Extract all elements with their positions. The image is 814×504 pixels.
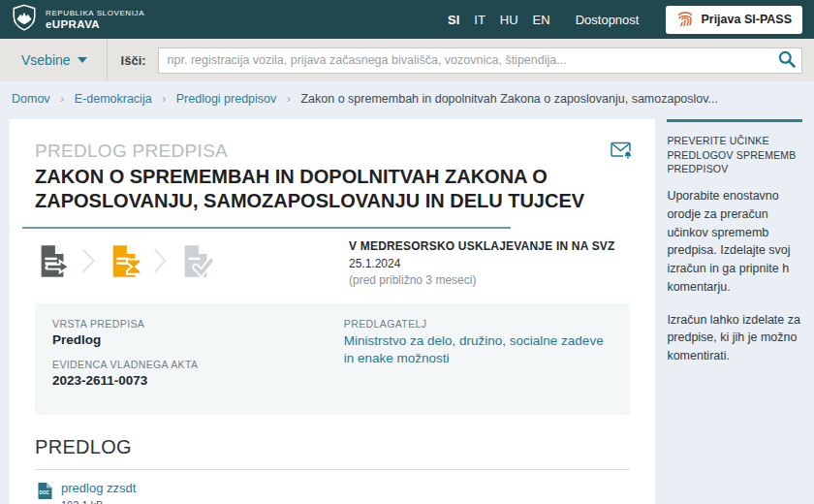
record-value: 2023-2611-0073 — [52, 373, 344, 388]
sidebar-heading: PREVERITE UČINKE PREDLOGOV SPREMEMB PRED… — [667, 134, 802, 176]
lang-it[interactable]: IT — [474, 13, 485, 27]
document-arrow-icon — [35, 244, 72, 282]
sipass-login-button[interactable]: Prijava SI-PASS — [666, 6, 802, 34]
accessibility-link[interactable]: Dostopnost — [576, 13, 640, 27]
sidebar-paragraph: Izračun lahko izdelate za predpise, ki j… — [667, 311, 802, 365]
chevron-right-icon — [152, 244, 170, 281]
chevron-right-icon — [80, 244, 98, 281]
status-date: 25.1.2024 — [349, 257, 615, 270]
search-field-label: Išči: — [121, 53, 146, 68]
proposal-card: PREDLOG PREDPISA ZAKON O SPREMEMBAH IN D… — [10, 119, 655, 504]
proposer-link[interactable]: Ministrstvo za delo, družino, socialne z… — [344, 332, 613, 369]
breadcrumb-domov[interactable]: Domov — [12, 92, 50, 106]
details-box: VRSTA PREDPISA Predlog EVIDENCA VLADNEGA… — [35, 303, 630, 415]
language-switcher: SI IT HU EN — [448, 13, 550, 27]
lang-en[interactable]: EN — [533, 13, 550, 27]
divider — [22, 227, 511, 229]
envelope-notification-icon — [610, 150, 634, 165]
fingerprint-icon — [676, 10, 694, 30]
sipass-login-label: Prijava SI-PASS — [701, 13, 792, 26]
file-row: DOC predlog zzsdt 192.1 kB — [35, 470, 630, 504]
document-check-icon — [178, 244, 215, 282]
status-label: V MEDRESORSKO USKLAJEVANJE IN NA SVZ — [349, 239, 615, 253]
divider — [107, 39, 108, 81]
top-header: REPUBLIKA SLOVENIJA eUPRAVA SI IT HU EN … — [0, 0, 814, 39]
kicker-label: PREDLOG PREDPISA — [35, 141, 630, 162]
search-button[interactable] — [772, 48, 801, 73]
type-label: VRSTA PREDPISA — [52, 318, 344, 330]
search-input[interactable] — [158, 47, 802, 74]
search-icon — [777, 49, 797, 72]
status-relative-time: (pred približno 3 meseci) — [349, 273, 615, 287]
page-title: ZAKON O SPREMEMBAH IN DOPOLNITVAH ZAKONA… — [35, 165, 592, 213]
breadcrumb-predlogi-predpisov[interactable]: Predlogi predpisov — [176, 92, 277, 106]
sidebar-paragraph: Uporabite enostavno orodje za preračun u… — [667, 187, 802, 297]
lang-hu[interactable]: HU — [500, 13, 518, 27]
file-link[interactable]: predlog zzsdt — [61, 481, 136, 495]
email-subscribe-button[interactable] — [610, 141, 634, 165]
logo-line2: eUPRAVA — [46, 18, 144, 30]
file-size: 192.1 kB — [61, 499, 136, 504]
scope-label: Vsebine — [21, 52, 71, 68]
lang-si[interactable]: SI — [448, 13, 459, 27]
breadcrumb-separator: › — [60, 92, 64, 106]
breadcrumb-current: Zakon o spremembah in dopolnitvah Zakona… — [300, 92, 718, 106]
breadcrumb: Domov › E-demokracija › Predlogi predpis… — [0, 81, 814, 115]
section-title-predlog: PREDLOG — [35, 436, 630, 458]
breadcrumb-edemokracija[interactable]: E-demokracija — [75, 92, 152, 106]
type-value: Predlog — [52, 332, 344, 347]
search-bar: Vsebine Išči: — [0, 39, 814, 81]
logo-line1: REPUBLIKA SLOVENIJA — [46, 9, 144, 17]
euprava-logo[interactable]: REPUBLIKA SLOVENIJA eUPRAVA — [12, 4, 144, 35]
document-hourglass-icon — [107, 244, 143, 282]
breadcrumb-separator: › — [162, 92, 166, 106]
svg-text:DOC: DOC — [40, 489, 50, 494]
progress-section: V MEDRESORSKO USKLAJEVANJE IN NA SVZ 25.… — [35, 239, 630, 287]
breadcrumb-separator: › — [287, 92, 291, 106]
impact-check-sidebar: PREVERITE UČINKE PREDLOGOV SPREMEMB PRED… — [667, 119, 802, 504]
chevron-down-icon — [78, 57, 87, 63]
slovenia-coat-of-arms-icon — [12, 4, 37, 35]
doc-file-icon: DOC — [37, 482, 53, 504]
status-block: V MEDRESORSKO USKLAJEVANJE IN NA SVZ 25.… — [349, 239, 615, 287]
content-scope-dropdown[interactable]: Vsebine — [12, 52, 97, 68]
proposer-label: PREDLAGATELJ — [344, 318, 613, 330]
record-label: EVIDENCA VLADNEGA AKTA — [52, 359, 344, 370]
